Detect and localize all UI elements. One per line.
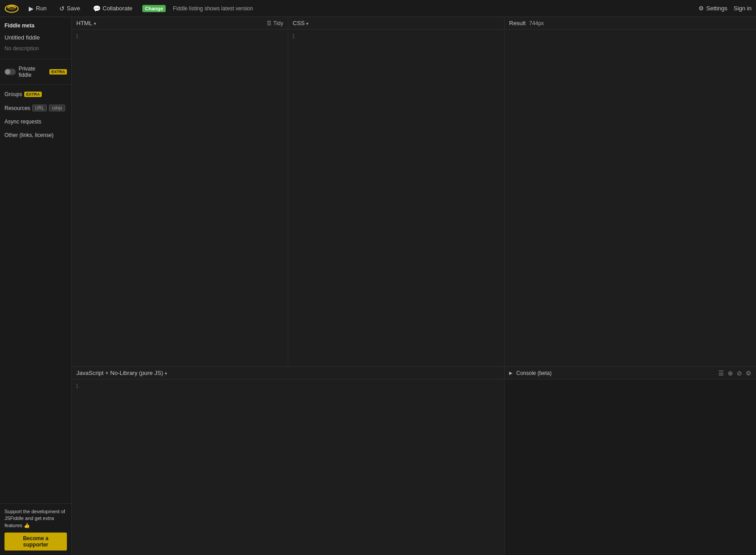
fiddle-meta-title: Fiddle meta [0,17,71,31]
sidebar-resources[interactable]: Resources URL cdnjs [0,101,71,115]
console-header: ▶ Console (beta) ☰ ⊕ ⊘ ⚙ [505,367,756,379]
settings-button[interactable]: ⚙ Settings [699,5,727,12]
collaborate-icon: 💬 [93,5,101,12]
css-title-text: CSS [293,20,305,26]
settings-label: Settings [706,5,727,12]
save-button[interactable]: ↺ Save [57,3,83,14]
run-icon: ▶ [29,5,34,12]
css-panel: CSS ▾ 1 [288,17,505,366]
save-label: Save [67,5,80,12]
run-button[interactable]: ▶ Run [26,3,49,14]
css-dropdown-arrow: ▾ [306,21,308,26]
run-label: Run [36,5,47,12]
save-icon: ↺ [59,5,65,12]
cdnjs-badge: cdnjs [49,105,65,111]
result-size: 744px [529,20,544,26]
main-layout: Fiddle meta Untitled fiddle No descripti… [0,17,756,555]
groups-label: Groups [4,91,22,97]
js-editor-content[interactable]: 1 [72,379,504,555]
async-label: Async requests [4,119,41,125]
nav-right: ⚙ Settings Sign in [699,5,752,12]
css-panel-header: CSS ▾ [288,17,504,30]
private-extra-badge: EXTRA [49,69,67,75]
result-content[interactable] [505,30,756,366]
css-panel-title[interactable]: CSS ▾ [293,20,308,26]
result-title: Result [509,20,526,26]
console-toggle-arrow[interactable]: ▶ [509,370,513,375]
js-panel-header: JavaScript + No-Library (pure JS) ▾ [72,367,504,379]
url-badge: URL [32,105,47,111]
js-dropdown-arrow: ▾ [165,371,167,376]
console-title: Console (beta) [516,370,552,376]
sidebar-bottom: Support the development of JSFiddle and … [0,503,71,555]
html-panel: HTML ▾ ☰ Tidy 1 [72,17,288,366]
console-icons: ☰ ⊕ ⊘ ⚙ [718,370,752,377]
console-filter-icon[interactable]: ☰ [718,370,724,377]
console-panel: ▶ Console (beta) ☰ ⊕ ⊘ ⚙ [505,367,756,555]
console-content [505,379,756,555]
groups-extra-badge: EXTRA [24,92,42,97]
signin-button[interactable]: Sign in [734,5,752,12]
fiddle-title[interactable]: Untitled fiddle [0,31,71,44]
other-label: Other (links, license) [4,132,53,138]
console-clear-icon[interactable]: ⊘ [737,370,742,377]
fiddle-description[interactable]: No description [0,44,71,56]
content-area: HTML ▾ ☰ Tidy 1 CSS ▾ [72,17,756,555]
become-supporter-button[interactable]: Become a supporter [4,533,67,551]
html-title-text: HTML [76,20,92,26]
change-badge: Change [142,5,166,12]
collaborate-button[interactable]: 💬 Collaborate [90,3,136,14]
js-panel: JavaScript + No-Library (pure JS) ▾ 1 [72,367,505,555]
logo[interactable] [4,0,19,16]
resources-label: Resources [4,105,30,111]
console-settings-icon[interactable]: ⚙ [746,370,752,377]
result-panel: Result 744px [505,17,756,366]
html-dropdown-arrow: ▾ [94,21,96,26]
bottom-panels: JavaScript + No-Library (pure JS) ▾ 1 ▶ … [72,366,756,555]
js-panel-title[interactable]: JavaScript + No-Library (pure JS) ▾ [76,370,167,376]
support-text: Support the development of JSFiddle and … [4,508,67,529]
sidebar-async[interactable]: Async requests [0,115,71,128]
sidebar: Fiddle meta Untitled fiddle No descripti… [0,17,72,555]
css-editor-content[interactable]: 1 [288,30,504,366]
js-title-text: JavaScript + No-Library (pure JS) [76,370,163,376]
html-tidy-button[interactable]: ☰ Tidy [267,20,283,26]
sidebar-other[interactable]: Other (links, license) [0,128,71,142]
private-fiddle-toggle[interactable] [4,69,16,75]
html-line-number: 1 [75,33,79,40]
change-description: Fiddle listing shows latest version [173,5,253,12]
private-fiddle-row: Private fiddle EXTRA [0,62,71,82]
js-line-number: 1 [75,383,79,389]
sidebar-divider-1 [0,59,71,59]
html-panel-header: HTML ▾ ☰ Tidy [72,17,288,30]
html-panel-title[interactable]: HTML ▾ [76,20,96,26]
top-panels: HTML ▾ ☰ Tidy 1 CSS ▾ [72,17,756,366]
sidebar-groups[interactable]: Groups EXTRA [0,88,71,101]
tidy-lines-icon: ☰ [267,20,272,26]
sidebar-divider-2 [0,84,71,85]
signin-label: Sign in [734,5,752,12]
tidy-label: Tidy [273,20,283,26]
console-copy-icon[interactable]: ⊕ [728,370,733,377]
private-fiddle-label: Private fiddle [18,66,47,78]
css-line-number: 1 [292,33,295,40]
settings-icon: ⚙ [699,5,704,12]
result-header: Result 744px [505,17,756,30]
top-navigation: ▶ Run ↺ Save 💬 Collaborate Change Fiddle… [0,0,756,17]
html-editor-content[interactable]: 1 [72,30,288,366]
collaborate-label: Collaborate [103,5,133,12]
